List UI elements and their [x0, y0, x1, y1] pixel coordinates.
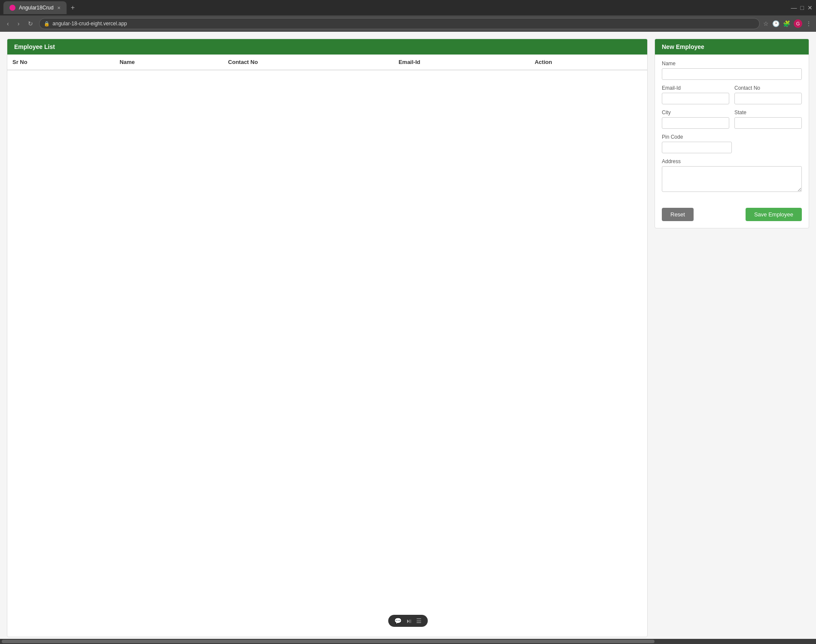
- city-label: City: [662, 109, 729, 115]
- tab-close-button[interactable]: ✕: [57, 6, 61, 10]
- address-group: Address: [662, 158, 802, 193]
- address-bar[interactable]: 🔒 angular-18-crud-eight.vercel.app: [39, 18, 760, 29]
- contact-label: Contact No: [734, 85, 802, 91]
- employee-form: Name Email-Id Contact No City: [655, 55, 809, 204]
- chat-icon[interactable]: 💬: [394, 617, 402, 624]
- employee-table-container: Sr No Name Contact No Email-Id Action: [7, 55, 647, 70]
- new-employee-panel: New Employee Name Email-Id Contact No: [655, 39, 809, 228]
- new-employee-title: New Employee: [662, 43, 704, 50]
- name-group: Name: [662, 61, 802, 80]
- nav-bar: ‹ › ↻ 🔒 angular-18-crud-eight.vercel.app…: [0, 15, 816, 32]
- name-label: Name: [662, 61, 802, 67]
- contact-input[interactable]: [734, 93, 802, 104]
- extensions-icon[interactable]: 🧩: [783, 20, 790, 27]
- tab-title: Angular18Crud: [19, 5, 54, 11]
- bookmark-icon[interactable]: ☆: [763, 20, 769, 27]
- city-group: City: [662, 109, 729, 129]
- close-button[interactable]: ✕: [807, 4, 813, 11]
- col-action: Action: [530, 55, 647, 70]
- save-employee-button[interactable]: Save Employee: [746, 208, 802, 221]
- refresh-button[interactable]: ↻: [25, 18, 36, 29]
- active-tab[interactable]: Angular18Crud ✕: [3, 1, 67, 14]
- email-group: Email-Id: [662, 85, 729, 104]
- scrollbar-thumb[interactable]: [2, 640, 655, 643]
- city-input[interactable]: [662, 117, 729, 129]
- menu-icon[interactable]: ⋮: [806, 20, 812, 27]
- maximize-button[interactable]: □: [801, 4, 804, 11]
- email-contact-row: Email-Id Contact No: [662, 85, 802, 104]
- url-text: angular-18-crud-eight.vercel.app: [52, 21, 127, 27]
- bottom-scrollbar[interactable]: [0, 639, 816, 644]
- email-label: Email-Id: [662, 85, 729, 91]
- address-label: Address: [662, 158, 802, 164]
- minimize-button[interactable]: —: [791, 4, 797, 11]
- state-input[interactable]: [734, 117, 802, 129]
- state-group: State: [734, 109, 802, 129]
- col-contact: Contact No: [223, 55, 393, 70]
- table-header-row: Sr No Name Contact No Email-Id Action: [7, 55, 647, 70]
- name-input[interactable]: [662, 68, 802, 80]
- back-button[interactable]: ‹: [4, 18, 12, 29]
- forward-button[interactable]: ›: [15, 18, 22, 29]
- reset-button[interactable]: Reset: [662, 208, 694, 221]
- new-employee-header: New Employee: [655, 39, 809, 55]
- tab-favicon: [9, 5, 15, 11]
- pincode-input[interactable]: [662, 142, 732, 153]
- employee-list-header: Employee List: [7, 39, 647, 55]
- employee-table: Sr No Name Contact No Email-Id Action: [7, 55, 647, 70]
- state-label: State: [734, 109, 802, 115]
- tab-bar: Angular18Crud ✕ + — □ ✕: [0, 0, 816, 15]
- col-name: Name: [114, 55, 223, 70]
- new-tab-button[interactable]: +: [68, 4, 77, 12]
- form-actions: Reset Save Employee: [655, 204, 809, 228]
- history-icon[interactable]: 🕐: [772, 20, 779, 27]
- city-state-row: City State: [662, 109, 802, 129]
- bottom-toolbar: 💬 ⏯ ☰: [388, 615, 428, 627]
- col-sr-no: Sr No: [7, 55, 114, 70]
- table-head: Sr No Name Contact No Email-Id Action: [7, 55, 647, 70]
- employee-list-title: Employee List: [14, 43, 55, 50]
- pincode-label: Pin Code: [662, 134, 802, 140]
- email-input[interactable]: [662, 93, 729, 104]
- profile-icon[interactable]: G: [794, 19, 802, 28]
- pincode-group: Pin Code: [662, 134, 802, 153]
- address-input[interactable]: [662, 166, 802, 192]
- contact-group: Contact No: [734, 85, 802, 104]
- window-controls: — □ ✕: [791, 4, 813, 11]
- page-content: Employee List Sr No Name Contact No Emai…: [0, 32, 816, 644]
- col-email: Email-Id: [393, 55, 530, 70]
- list-icon[interactable]: ☰: [416, 617, 422, 624]
- employee-list-panel: Employee List Sr No Name Contact No Emai…: [7, 39, 648, 637]
- nav-icons: ☆ 🕐 🧩 G ⋮: [763, 19, 812, 28]
- lock-icon: 🔒: [44, 21, 50, 27]
- media-icon[interactable]: ⏯: [406, 617, 412, 624]
